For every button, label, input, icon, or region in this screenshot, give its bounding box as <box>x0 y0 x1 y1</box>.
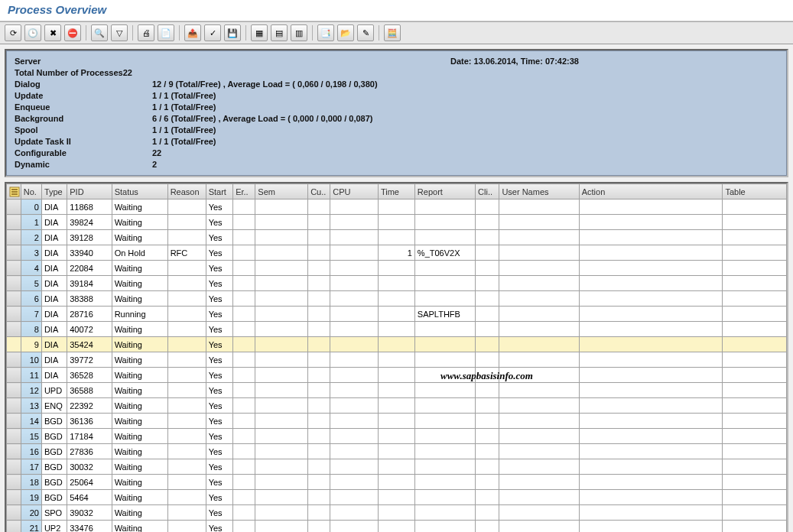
table-row[interactable]: 18BGD25064WaitingYes <box>7 475 787 490</box>
refresh-button[interactable]: ⟳ <box>5 24 21 41</box>
row-selector[interactable] <box>7 383 21 398</box>
process-table[interactable]: No. Type PID Status Reason Start Er.. Se… <box>6 183 787 532</box>
table-row[interactable]: 1DIA39824WaitingYes <box>7 215 787 230</box>
table-row[interactable]: 17BGD30032WaitingYes <box>7 459 787 475</box>
layout1-button[interactable]: ▦ <box>251 24 268 41</box>
select-all-column[interactable] <box>7 184 21 200</box>
cancel-button[interactable]: ✖ <box>44 24 61 41</box>
table-row[interactable]: 13ENQ22392WaitingYes <box>7 398 787 414</box>
table-row[interactable]: 21UP233476WaitingYes <box>7 521 787 533</box>
col-reason[interactable]: Reason <box>167 184 206 200</box>
cell-pid: 5464 <box>67 490 112 505</box>
save-button[interactable]: 💾 <box>224 24 241 41</box>
table-row[interactable]: 7DIA28716RunningYesSAPLTHFB <box>7 307 787 322</box>
col-cpu[interactable]: CPU <box>330 184 379 200</box>
row-selector[interactable] <box>7 368 21 383</box>
table-row[interactable]: 19BGD5464WaitingYes <box>7 490 787 505</box>
table-row[interactable]: 0DIA11868WaitingYes <box>7 200 787 215</box>
cell-no: 9 <box>21 337 41 352</box>
background-value: 6 / 6 (Total/Free) , Average Load = ( 0,… <box>152 114 372 123</box>
table-row[interactable]: 10DIA39772WaitingYes <box>7 352 787 368</box>
col-report[interactable]: Report <box>414 184 475 200</box>
filter-button[interactable]: ▽ <box>111 24 128 41</box>
table-row[interactable]: 4DIA22084WaitingYes <box>7 261 787 276</box>
row-selector[interactable] <box>7 200 21 215</box>
table-row[interactable]: 16BGD27836WaitingYes <box>7 444 787 459</box>
table-row[interactable]: 14BGD36136WaitingYes <box>7 414 787 429</box>
table-row[interactable]: 2DIA39128WaitingYes <box>7 230 787 245</box>
cell-table <box>723 276 787 291</box>
edit-button[interactable]: ✎ <box>357 24 374 41</box>
cell-status: Waiting <box>112 291 167 307</box>
col-type[interactable]: Type <box>41 184 67 200</box>
print-preview-button[interactable]: 📄 <box>158 24 174 41</box>
layout3-button[interactable]: ▥ <box>291 24 307 41</box>
row-selector[interactable] <box>7 475 21 490</box>
col-no[interactable]: No. <box>21 184 41 200</box>
cell-report <box>414 398 475 414</box>
row-selector[interactable] <box>7 352 21 368</box>
table-row[interactable]: 9DIA35424WaitingYes <box>7 337 787 352</box>
clock-button[interactable]: 🕒 <box>24 24 41 41</box>
col-status[interactable]: Status <box>112 184 167 200</box>
date-time-label: Date: 13.06.2014, Time: 07:42:38 <box>450 56 579 67</box>
row-selector[interactable] <box>7 505 21 521</box>
col-time[interactable]: Time <box>378 184 414 200</box>
cell-action <box>579 368 723 383</box>
row-selector[interactable] <box>7 398 21 414</box>
tool1-button[interactable]: 📑 <box>317 24 334 41</box>
table-row[interactable]: 8DIA40072WaitingYes <box>7 322 787 337</box>
cell-status: Waiting <box>112 505 167 521</box>
row-selector[interactable] <box>7 291 21 307</box>
cell-start: Yes <box>206 475 232 490</box>
print-button[interactable]: 🖨 <box>138 24 154 41</box>
cell-sem <box>255 398 308 414</box>
calculator-button[interactable]: 🧮 <box>384 24 401 41</box>
col-err[interactable]: Er.. <box>233 184 255 200</box>
row-selector[interactable] <box>7 521 21 533</box>
table-row[interactable]: 6DIA38388WaitingYes <box>7 291 787 307</box>
row-selector[interactable] <box>7 429 21 444</box>
row-selector[interactable] <box>7 459 21 475</box>
details-button[interactable]: 🔍 <box>91 24 108 41</box>
cell-cu <box>308 429 330 444</box>
row-selector[interactable] <box>7 414 21 429</box>
row-selector[interactable] <box>7 444 21 459</box>
row-selector[interactable] <box>7 276 21 291</box>
row-selector[interactable] <box>7 337 21 352</box>
table-row[interactable]: 3DIA33940On HoldRFCYes1%_T06V2X <box>7 245 787 261</box>
row-selector[interactable] <box>7 322 21 337</box>
table-row[interactable]: 11DIA36528WaitingYes <box>7 368 787 383</box>
table-row[interactable]: 15BGD17184WaitingYes <box>7 429 787 444</box>
cell-pid: 11868 <box>67 200 112 215</box>
cell-reason <box>167 429 206 444</box>
end-session-button[interactable]: ⛔ <box>64 24 81 41</box>
cell-status: Waiting <box>112 368 167 383</box>
row-selector[interactable] <box>7 245 21 261</box>
table-row[interactable]: 12UPD36588WaitingYes <box>7 383 787 398</box>
row-selector[interactable] <box>7 307 21 322</box>
layout2-button[interactable]: ▤ <box>271 24 288 41</box>
row-selector[interactable] <box>7 261 21 276</box>
cell-user <box>499 307 579 322</box>
row-selector[interactable] <box>7 230 21 245</box>
col-table[interactable]: Table <box>723 184 787 200</box>
row-selector[interactable] <box>7 215 21 230</box>
check-button[interactable]: ✓ <box>204 24 221 41</box>
tool2-button[interactable]: 📂 <box>337 24 354 41</box>
col-user[interactable]: User Names <box>499 184 579 200</box>
cell-cli <box>476 490 499 505</box>
col-sem[interactable]: Sem <box>255 184 308 200</box>
table-row[interactable]: 20SPO39032WaitingYes <box>7 505 787 521</box>
col-cli[interactable]: Cli.. <box>476 184 499 200</box>
col-action[interactable]: Action <box>579 184 723 200</box>
cell-report <box>414 230 475 245</box>
table-row[interactable]: 5DIA39184WaitingYes <box>7 276 787 291</box>
row-selector[interactable] <box>7 490 21 505</box>
export-button[interactable]: 📤 <box>184 24 201 41</box>
col-start[interactable]: Start <box>206 184 232 200</box>
col-pid[interactable]: PID <box>67 184 112 200</box>
cell-status: Waiting <box>112 521 167 533</box>
col-cu[interactable]: Cu.. <box>308 184 330 200</box>
cell-cli <box>476 383 499 398</box>
